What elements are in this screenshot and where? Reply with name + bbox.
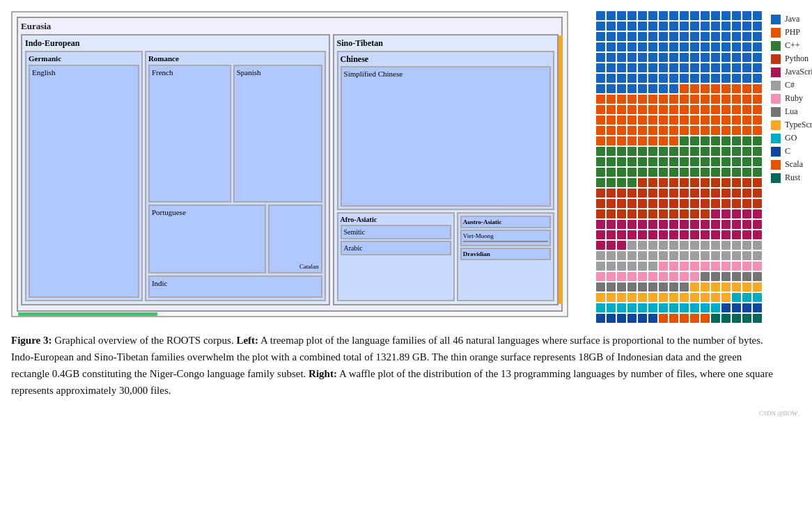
waffle-cell — [732, 303, 741, 312]
waffle-cell — [607, 63, 616, 72]
waffle-cell — [659, 262, 668, 271]
waffle-cell — [753, 241, 762, 250]
waffle-cell — [596, 126, 605, 135]
waffle-cell — [701, 189, 710, 198]
waffle-cell — [596, 303, 605, 312]
waffle-cell — [732, 293, 741, 302]
waffle-cell — [617, 126, 626, 135]
waffle-cell — [596, 251, 605, 260]
waffle-cell — [669, 282, 678, 292]
waffle-cell — [711, 303, 720, 312]
waffle-cell — [596, 147, 605, 156]
sino-tibetan-box: Sino-Tibetan Chinese Simplified Chinese — [333, 34, 559, 305]
indo-european-label: Indo-European — [25, 38, 326, 49]
waffle-cell — [596, 230, 605, 239]
waffle-cell — [680, 168, 689, 177]
waffle-cell — [617, 282, 626, 292]
waffle-cell — [669, 74, 678, 83]
waffle-cell — [669, 241, 678, 250]
waffle-cell — [732, 53, 741, 62]
waffle-cell — [721, 63, 731, 72]
waffle-cell — [721, 262, 731, 271]
waffle-cell — [753, 189, 762, 198]
waffle-cell — [680, 293, 689, 302]
waffle-cell — [753, 115, 762, 125]
viet-muong-box: Viet-Muong — [460, 230, 551, 246]
catalan-label: Catalan — [299, 263, 319, 270]
waffle-cell — [742, 199, 751, 208]
waffle-cell — [648, 42, 657, 51]
legend-swatch — [771, 28, 781, 38]
legend-item: Ruby — [771, 93, 812, 104]
waffle-cell — [638, 126, 647, 135]
waffle-cell — [753, 126, 762, 135]
waffle-cell — [753, 53, 762, 62]
waffle-cell — [596, 282, 605, 292]
waffle-cell — [690, 241, 699, 250]
waffle-cell — [638, 53, 647, 62]
waffle-cell — [596, 293, 605, 302]
waffle-cell — [638, 178, 647, 187]
waffle-cell — [648, 147, 657, 156]
waffle-cell — [742, 189, 751, 198]
waffle-cell — [648, 105, 657, 114]
legend-label: PHP — [785, 27, 800, 38]
waffle-cell — [680, 230, 689, 239]
waffle-cell — [732, 282, 741, 292]
waffle-cell — [742, 63, 751, 72]
waffle-cell — [617, 168, 626, 177]
waffle-cell — [669, 209, 678, 218]
legend-swatch — [771, 15, 781, 24]
waffle-cell — [753, 209, 762, 218]
waffle-cell — [669, 115, 678, 125]
waffle-cell — [596, 199, 605, 208]
legend-swatch — [771, 160, 781, 170]
waffle-cell — [659, 178, 668, 187]
waffle-cell — [638, 272, 647, 281]
waffle-cell — [638, 32, 647, 41]
waffle-cell — [627, 168, 637, 177]
waffle-cell — [680, 282, 689, 292]
eurasia-box: Eurasia Indo-European Germanic English — [17, 17, 563, 312]
waffle-cell — [627, 115, 637, 125]
waffle-cell — [659, 11, 668, 20]
waffle-cell — [659, 189, 668, 198]
waffle-cell — [742, 168, 751, 177]
semitic-box: Semitic — [341, 225, 451, 239]
waffle-cell — [669, 136, 678, 145]
afro-asiatic-col: Afro-Asiatic Semitic Arabic — [337, 212, 455, 301]
waffle-cell — [607, 168, 616, 177]
legend-swatch — [771, 120, 781, 130]
waffle-cell — [721, 84, 731, 93]
waffle-cell — [701, 178, 710, 187]
waffle-cell — [596, 262, 605, 271]
legend-label: Ruby — [785, 93, 803, 104]
waffle-cell — [680, 241, 689, 250]
waffle-cell — [753, 272, 762, 281]
waffle-cell — [742, 220, 751, 229]
waffle-cell — [732, 95, 741, 104]
waffle-cell — [753, 168, 762, 177]
waffle-cell — [596, 95, 605, 104]
waffle-cell — [690, 189, 699, 198]
waffle-cell — [648, 189, 657, 198]
waffle-cell — [617, 178, 626, 187]
waffle-cell — [721, 42, 731, 51]
waffle-cell — [701, 251, 710, 260]
waffle-cell — [627, 84, 637, 93]
waffle-cell — [732, 178, 741, 187]
waffle-cell — [596, 22, 605, 31]
waffle-cell — [742, 147, 751, 156]
waffle-cell — [607, 220, 616, 229]
waffle-cell — [627, 189, 637, 198]
waffle-cell — [753, 42, 762, 51]
waffle-cell — [742, 95, 751, 104]
romance-col: Romance French Spanish — [145, 51, 326, 301]
waffle-cell — [607, 189, 616, 198]
waffle-cell — [742, 84, 751, 93]
waffle-cell — [690, 22, 699, 31]
waffle-cell — [607, 42, 616, 51]
waffle-cell — [648, 199, 657, 208]
waffle-cell — [680, 126, 689, 135]
waffle-cell — [648, 32, 657, 41]
